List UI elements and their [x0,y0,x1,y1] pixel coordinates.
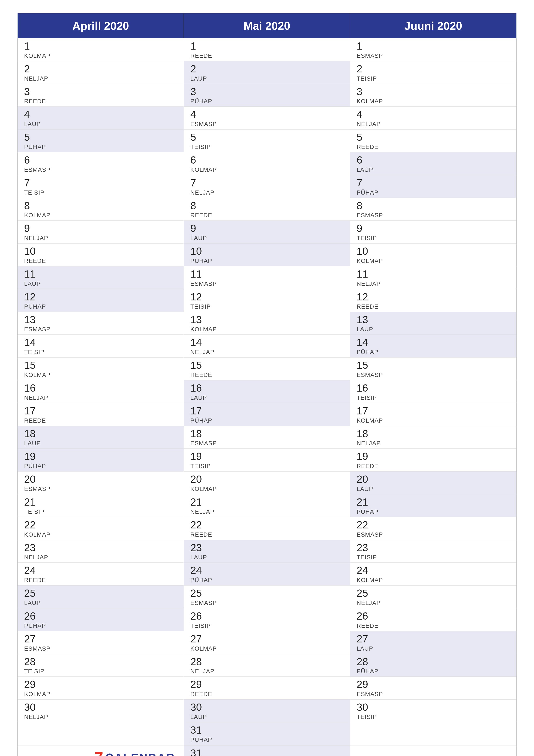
month-col-mai: 1REEDE2LAUP3PÜHAP4ESMASP5TEISIP6KOLMAP7N… [184,39,350,745]
day-number: 24 [24,565,177,576]
day-number: 13 [191,314,343,326]
day-name: PÜHAP [191,257,343,264]
day-number: 11 [357,269,510,280]
day-number: 10 [357,246,510,257]
day-name: LAUP [191,714,343,720]
day-number: 17 [357,405,510,417]
day-number: 15 [24,360,177,371]
day-name: NELJAP [191,508,343,515]
day-number: 1 [24,40,177,52]
day-number: 7 [191,177,343,189]
day-name: ESMASP [357,52,510,59]
day-name: TEISIP [24,189,177,196]
day-row: 6ESMASP [18,152,184,175]
day-name: KOLMAP [24,212,177,219]
day-name: ESMASP [191,121,343,127]
day-number: 25 [24,588,177,599]
day-row: 15ESMASP [350,358,516,380]
day-row: 18NELJAP [350,426,516,449]
day-row: 19TEISIP [184,449,350,472]
day-name: REEDE [357,622,510,629]
day-row: 6LAUP [350,152,516,175]
day-row: 26TEISIP [184,608,350,631]
day-name: KOLMAP [24,531,177,538]
day-name: PÜHAP [24,463,177,470]
day-name: ESMASP [357,531,510,538]
day-number: 10 [24,246,177,257]
day-name: REEDE [191,212,343,219]
day-name: TEISIP [24,508,177,515]
day-number: 26 [191,610,343,622]
day-number: 1 [191,40,343,52]
day-name: PÜHAP [24,144,177,150]
day-number: 12 [24,291,177,303]
day-name: NELJAP [357,440,510,447]
day-name: TEISIP [191,463,343,470]
day-row: 16NELJAP [18,380,184,403]
day-name: PÜHAP [191,417,343,424]
day-row: 23TEISIP [350,540,516,563]
day-number: 4 [24,109,177,120]
day-row: 1KOLMAP [18,39,184,61]
day-row: 27ESMASP [18,631,184,654]
month-header-juuni: Juuni 2020 [350,14,516,39]
day-name: ESMASP [357,371,510,378]
day-name: TEISIP [24,349,177,356]
day-row: 9TEISIP [350,221,516,244]
day-row: 21PÜHAP [350,494,516,517]
day-name: LAUP [357,326,510,333]
day-number: 9 [357,223,510,234]
day-row: 19PÜHAP [18,449,184,472]
day-number: 15 [357,360,510,371]
day-number: 28 [191,656,343,668]
day-number: 23 [357,542,510,554]
day-number: 5 [191,132,343,143]
day-number: 4 [357,109,510,120]
day-row: 31PÜHAP [184,745,350,756]
day-name: REEDE [191,691,343,698]
day-number: 28 [24,656,177,668]
day-row: 17PÜHAP [184,403,350,426]
day-row: 3PÜHAP [184,84,350,107]
day-row: 16TEISIP [350,380,516,403]
day-row: 29KOLMAP [18,677,184,700]
month-col-juuni: 1ESMASP2TEISIP3KOLMAP4NELJAP5REEDE6LAUP7… [350,39,516,745]
day-number: 27 [24,634,177,645]
day-number: 26 [357,610,510,622]
day-number: 30 [191,702,343,713]
day-number: 4 [191,109,343,120]
day-name: LAUP [191,75,343,82]
day-row: 18LAUP [18,426,184,449]
day-number: 17 [24,405,177,417]
day-number: 29 [357,679,510,690]
day-number: 10 [191,246,343,257]
month-header-mai: Mai 2020 [184,14,350,39]
day-row: 15REEDE [184,358,350,380]
day-name: PÜHAP [24,303,177,310]
day-number: 28 [357,656,510,668]
day-number: 23 [191,542,343,554]
day-name: ESMASP [191,600,343,607]
day-number: 27 [357,634,510,645]
month-header-april: Aprill 2020 [18,14,184,39]
day-row: 25ESMASP [184,585,350,608]
day-name: ESMASP [24,326,177,333]
day-name: TEISIP [357,554,510,561]
day-number: 2 [191,63,343,75]
day-name: PÜHAP [191,98,343,105]
day-name: PÜHAP [191,577,343,583]
day-name: LAUP [191,394,343,401]
day-row: 7NELJAP [184,175,350,198]
day-name: ESMASP [24,645,177,652]
day-row: 17REEDE [18,403,184,426]
day-name: LAUP [357,645,510,652]
day-name: REEDE [357,303,510,310]
day-name: NELJAP [24,554,177,561]
day-row: 13KOLMAP [184,312,350,335]
day-number: 18 [357,428,510,440]
day-number: 14 [191,337,343,348]
day-name: ESMASP [24,166,177,173]
logo-number: 7 [94,750,103,756]
day-name: LAUP [191,235,343,242]
day-name: KOLMAP [191,486,343,493]
